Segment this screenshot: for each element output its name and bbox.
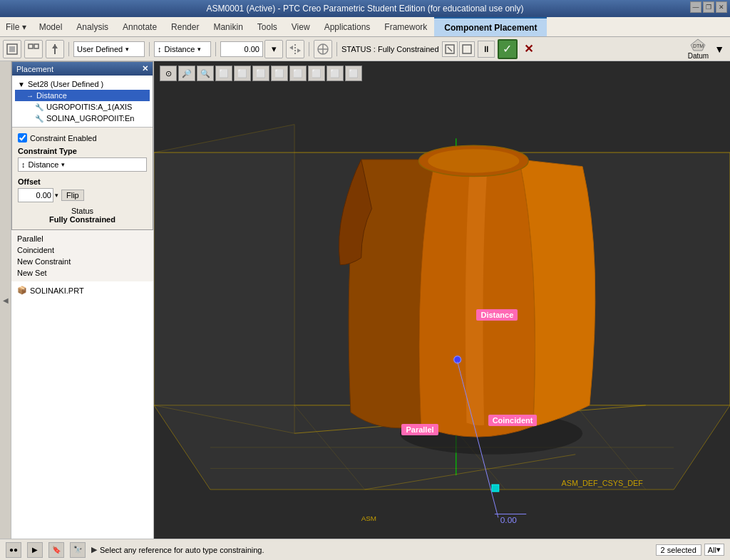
reference-icon[interactable] <box>314 40 332 58</box>
svg-marker-8 <box>297 48 301 53</box>
window-close-button[interactable]: ✕ <box>716 1 727 13</box>
vp-zoom-fit[interactable]: ⊙ <box>160 66 177 81</box>
tree-active-constraint[interactable]: → Distance <box>15 90 150 101</box>
lower-tree-item[interactable]: 📦 SOLINAKI.PRT <box>14 284 150 296</box>
svg-text:ASM_DEF_CSYS_DEF: ASM_DEF_CSYS_DEF <box>562 479 644 487</box>
status-icon-pointer: ▶ <box>91 545 97 554</box>
3d-viewport[interactable]: ⊙ 🔎 🔍 ⬜ ⬜ ⬜ ⬜ ⬜ ⬜ ⬜ ⬜ <box>154 61 730 539</box>
menu-applications[interactable]: Applications <box>317 17 378 36</box>
cancel-button[interactable]: ✕ <box>520 41 538 58</box>
placement-dialog-close[interactable]: ✕ <box>142 64 148 73</box>
menu-framework[interactable]: Framework <box>377 17 434 36</box>
3d-scene: ASM_DEF_CSYS_DEF ASM 0.00 <box>154 61 730 539</box>
bottom-status-text: Select any reference for auto type const… <box>100 546 264 554</box>
svg-rect-1 <box>9 46 15 52</box>
nav-find[interactable]: 🔭 <box>70 542 86 558</box>
new-set-link[interactable]: New Set <box>17 267 148 279</box>
vp-view-7[interactable]: ⬜ <box>327 66 344 81</box>
constraint-type-label: Constraint Type <box>18 147 147 155</box>
vp-view-1[interactable]: ⬜ <box>215 66 232 81</box>
minimize-button[interactable]: — <box>690 1 701 13</box>
distance-dropdown[interactable]: ↕ Distance ▾ <box>154 41 211 57</box>
side-toggle[interactable]: ◀ <box>0 61 11 539</box>
placement-dialog-title: Placement <box>16 65 53 73</box>
vp-view-8[interactable]: ⬜ <box>345 66 362 81</box>
menu-tools[interactable]: Tools <box>250 17 284 36</box>
menu-manikin[interactable]: Manikin <box>206 17 250 36</box>
toolbar-btn-1[interactable] <box>3 40 21 58</box>
constraint-type-select[interactable]: ↕ Distance ▾ <box>18 157 147 172</box>
sep-3 <box>215 42 216 56</box>
fully-constrained-text: Fully Constrained <box>18 215 147 224</box>
vp-view-4[interactable]: ⬜ <box>271 66 288 81</box>
flip-button[interactable]: Flip <box>61 190 84 201</box>
vp-view-5[interactable]: ⬜ <box>289 66 307 81</box>
menu-file[interactable]: File ▾ <box>0 17 32 36</box>
links-list: Parallel Coincident New Constraint New S… <box>11 230 153 281</box>
accept-button[interactable]: ✓ <box>498 39 518 59</box>
menu-view[interactable]: View <box>284 17 317 36</box>
status-icon-2[interactable] <box>459 41 475 57</box>
placement-dialog-title-bar: Placement ✕ <box>12 62 153 76</box>
offset-group: ▾ <box>220 40 283 58</box>
svg-text:DTM: DTM <box>693 43 704 48</box>
offset-arrow[interactable]: ▾ <box>55 192 58 199</box>
offset-dropdown-arrow[interactable]: ▾ <box>264 40 283 58</box>
viewport-toolbar: ⊙ 🔎 🔍 ⬜ ⬜ ⬜ ⬜ ⬜ ⬜ ⬜ ⬜ <box>154 64 730 83</box>
svg-marker-7 <box>289 46 293 50</box>
tree-constraint-2[interactable]: 🔧 SOLINA_UGROPOIIT:En <box>15 113 150 124</box>
svg-point-33 <box>428 149 519 173</box>
main-toolbar: User Defined ▾ ↕ Distance ▾ ▾ STATUS : F… <box>0 37 730 61</box>
status-icon-1[interactable] <box>442 41 458 57</box>
menu-model[interactable]: Model <box>32 17 70 36</box>
toolbar-btn-2[interactable] <box>24 40 43 58</box>
menu-analysis[interactable]: Analysis <box>69 17 115 36</box>
left-panel: Placement ✕ ▼ Set28 (User Defined ) → Di… <box>11 61 154 539</box>
vp-view-6[interactable]: ⬜ <box>308 66 325 81</box>
constraint-type-dropdown[interactable]: User Defined ▾ <box>73 41 145 57</box>
vp-zoom-in[interactable]: 🔎 <box>178 66 195 81</box>
constraint-enabled-row: Constraint Enabled <box>18 133 147 142</box>
vp-view-3[interactable]: ⬜ <box>252 66 269 81</box>
nav-next[interactable]: ▶ <box>27 542 43 558</box>
vp-zoom-out[interactable]: 🔍 <box>197 66 214 81</box>
menu-render[interactable]: Render <box>164 17 206 36</box>
tree-constraint-1[interactable]: 🔧 UGROPOITIS:A_1(AXIS <box>15 101 150 113</box>
menu-bar: File ▾ Model Analysis Annotate Render Ma… <box>0 17 730 37</box>
tree-set-item[interactable]: ▼ Set28 (User Defined ) <box>15 78 150 90</box>
filter-dropdown[interactable]: All ▾ <box>704 544 724 556</box>
svg-rect-2 <box>29 44 33 48</box>
offset-input[interactable] <box>220 41 263 57</box>
pause-button[interactable]: ⏸ <box>478 41 495 58</box>
selected-count: 2 selected <box>656 544 701 556</box>
placement-tree: ▼ Set28 (User Defined ) → Distance 🔧 UGR… <box>12 76 153 127</box>
svg-text:0.00: 0.00 <box>500 515 517 525</box>
toolbar-btn-3[interactable] <box>46 40 64 58</box>
restore-button[interactable]: ❐ <box>703 1 714 13</box>
tab-component-placement[interactable]: Component Placement <box>434 17 547 36</box>
link-parallel[interactable]: Parallel <box>17 233 148 244</box>
flip-btn[interactable] <box>286 40 304 58</box>
bottom-right-area: 2 selected All ▾ <box>656 544 724 556</box>
datum-button[interactable]: DTM Datum <box>688 38 709 60</box>
constraint-panel: Constraint Enabled Constraint Type ↕ Dis… <box>12 127 153 229</box>
svg-text:ASM: ASM <box>361 514 376 522</box>
svg-marker-20 <box>154 125 294 434</box>
status-message-area: ▶ Select any reference for auto type con… <box>91 545 264 554</box>
menu-annotate[interactable]: Annotate <box>115 17 164 36</box>
offset-section: Offset ▾ Flip <box>18 177 147 202</box>
nav-prev[interactable]: ●● <box>6 542 21 558</box>
lower-tree: 📦 SOLINAKI.PRT <box>11 281 153 539</box>
nav-bookmark[interactable]: 🔖 <box>48 542 64 558</box>
link-coincident[interactable]: Coincident <box>17 244 148 256</box>
status-icons <box>442 41 475 57</box>
constraint-enabled-checkbox[interactable] <box>18 133 27 142</box>
link-new-constraint[interactable]: New Constraint <box>17 256 148 267</box>
vp-view-2[interactable]: ⬜ <box>234 66 251 81</box>
offset-value-input[interactable] <box>18 188 53 202</box>
status-text: STATUS : Fully Constrained <box>341 45 439 53</box>
toolbar-expand[interactable]: ▼ <box>711 43 727 55</box>
part-icon: 📦 <box>17 286 27 295</box>
svg-rect-35 <box>492 484 499 492</box>
svg-rect-14 <box>463 45 471 53</box>
